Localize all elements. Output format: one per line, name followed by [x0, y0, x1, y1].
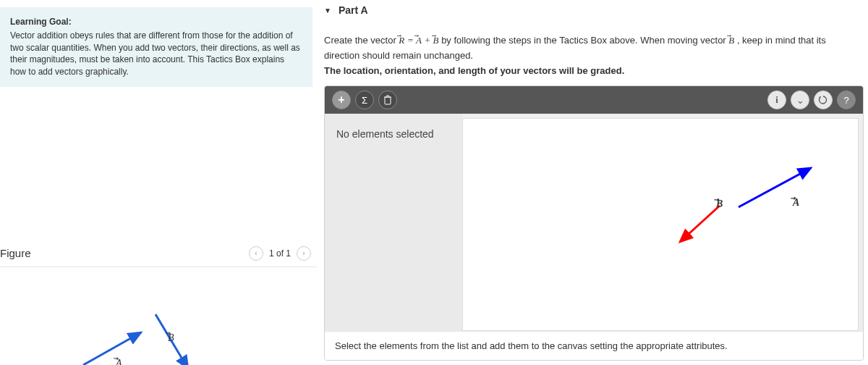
no-selection-text: No elements selected: [336, 128, 434, 140]
svg-line-9: [739, 168, 811, 207]
instr-mid: by following the steps in the Tactics Bo…: [441, 35, 728, 46]
figure-vector-b: B: [145, 311, 203, 365]
svg-line-11: [680, 206, 720, 242]
footer-hint: Select the elements from the list and ad…: [325, 331, 863, 360]
figure-header: Figure ‹ 1 of 1 ›: [0, 246, 317, 267]
canvas-area[interactable]: A B: [462, 118, 859, 331]
figure-canvas: A B: [0, 282, 317, 365]
eq-r: R: [399, 33, 404, 49]
caret-down-icon: ▼: [324, 7, 331, 14]
left-panel: Learning Goal: Vector addition obeys rul…: [0, 0, 317, 365]
part-header[interactable]: ▼ Part A: [324, 0, 864, 23]
learning-goal-box: Learning Goal: Vector addition obeys rul…: [0, 7, 312, 87]
drawing-widget: + Σ i ⌄ ? No elements selected: [324, 85, 864, 361]
instr-text: Create the vector: [324, 35, 399, 46]
workspace: No elements selected A: [325, 114, 863, 331]
properties-panel: No elements selected: [325, 114, 462, 331]
svg-line-1: [83, 332, 141, 365]
eq-eq: =: [407, 35, 416, 46]
instr-bold: The location, orientation, and length of…: [324, 65, 624, 76]
figure-title: Figure: [0, 247, 31, 259]
instructions: Create the vector R = A + B by following…: [324, 33, 864, 78]
figure-vector-b-label: B: [168, 332, 174, 344]
right-panel: ▼ Part A Create the vector R = A + B by …: [317, 0, 868, 365]
canvas-vector-b-label: B: [716, 198, 723, 210]
figure-vector-a-label: A: [116, 358, 122, 365]
eq-b: B: [433, 33, 439, 49]
canvas-vector-a[interactable]: A: [735, 162, 822, 215]
eq-plus: +: [425, 35, 433, 46]
part-label: Part A: [339, 4, 368, 16]
expand-button[interactable]: ⌄: [791, 91, 809, 109]
learning-goal-title: Learning Goal:: [10, 16, 302, 28]
figure-nav: ‹ 1 of 1 ›: [249, 246, 311, 261]
add-element-button[interactable]: +: [332, 91, 351, 109]
help-button[interactable]: ?: [837, 91, 856, 109]
figure-counter: 1 of 1: [269, 248, 291, 259]
canvas-vector-b[interactable]: B: [673, 198, 731, 251]
eq-a: A: [416, 33, 422, 49]
learning-goal-text: Vector addition obeys rules that are dif…: [10, 30, 302, 78]
eq-b2: B: [728, 33, 734, 49]
info-button[interactable]: i: [767, 91, 786, 109]
reset-button[interactable]: [814, 91, 833, 109]
toolbar: + Σ i ⌄ ?: [325, 86, 863, 114]
sum-button[interactable]: Σ: [355, 91, 374, 109]
figure-vector-a: A: [80, 325, 152, 365]
figure-next-button[interactable]: ›: [297, 246, 311, 261]
figure-prev-button[interactable]: ‹: [249, 246, 263, 261]
svg-rect-4: [385, 97, 391, 104]
canvas-vector-a-label: A: [793, 197, 799, 209]
delete-button[interactable]: [378, 91, 397, 109]
